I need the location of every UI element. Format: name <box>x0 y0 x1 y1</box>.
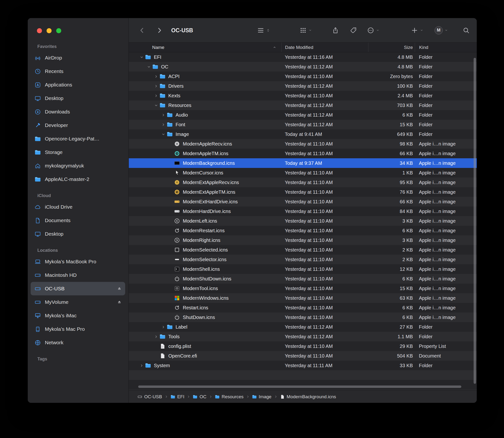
disclosure-toggle[interactable] <box>160 132 167 136</box>
zoom-button[interactable] <box>56 28 61 33</box>
path-item-efi[interactable]: EFI <box>171 394 184 399</box>
file-row-modernextappletm-icns[interactable]: ModernExtAppleTM.icnsYesterday at 11:10 … <box>129 187 477 197</box>
file-row-config-plist[interactable]: config.plistYesterday at 11:10 AM29 KBPr… <box>129 341 477 351</box>
path-item-modernbackground-icns[interactable]: ModernBackground.icns <box>280 394 336 399</box>
column-header-date-modified[interactable]: Date Modified <box>281 43 368 52</box>
column-header-kind[interactable]: Kind <box>415 43 477 52</box>
file-row-modernbackground-icns[interactable]: ModernBackground.icnsToday at 9:37 AM34 … <box>129 158 477 168</box>
sidebar-item-mykolagrymalyuk[interactable]: mykolagrymalyuk <box>31 159 125 173</box>
disclosure-toggle[interactable] <box>160 123 167 127</box>
file-row-modernextharddrive-icns[interactable]: ModernExtHardDrive.icnsYesterday at 11:1… <box>129 197 477 207</box>
path-item-image[interactable]: Image <box>252 394 272 399</box>
file-row-modernextapplerecv-icns[interactable]: ModernExtAppleRecv.icnsYesterday at 11:1… <box>129 177 477 187</box>
file-row-modernselected-icns[interactable]: ModernSelected.icnsYesterday at 11:10 AM… <box>129 245 477 255</box>
file-row-system[interactable]: SystemYesterday at 11:11 AM33 KBFolder <box>129 361 477 370</box>
file-row-modernshutdown-icns[interactable]: ModernShutDown.icnsYesterday at 11:10 AM… <box>129 274 477 284</box>
sidebar-item-downloads[interactable]: Downloads <box>31 105 125 119</box>
eject-button[interactable] <box>117 300 122 305</box>
airdrop-icon <box>34 55 41 61</box>
eject-button[interactable] <box>117 286 122 291</box>
back-button[interactable] <box>138 27 146 34</box>
sidebar-item-network[interactable]: Network <box>31 336 125 349</box>
view-button[interactable] <box>257 27 270 34</box>
disclosure-toggle[interactable] <box>160 113 167 117</box>
home-icon <box>34 163 41 169</box>
file-row-modernharddrive-icns[interactable]: ModernHardDrive.icnsYesterday at 11:10 A… <box>129 207 477 216</box>
sidebar-item-desktop[interactable]: Desktop <box>31 227 125 241</box>
file-row-oc[interactable]: OCYesterday at 11:12 AM4.8 MBFolder <box>129 62 477 72</box>
disclosure-toggle[interactable] <box>145 65 152 69</box>
sidebar-item-documents[interactable]: Documents <box>31 214 125 227</box>
sidebar-item-mykola-s-mac-pro[interactable]: Mykola’s Mac Pro <box>31 322 125 336</box>
close-button[interactable] <box>37 28 42 33</box>
more-button[interactable] <box>367 27 379 34</box>
sidebar-item-opencore-legacy-pat[interactable]: Opencore-Legacy-Pat… <box>31 132 125 145</box>
name-cell: config.plist <box>129 341 281 351</box>
file-row-modernrestart-icns[interactable]: ModernRestart.icnsYesterday at 11:10 AM6… <box>129 226 477 235</box>
forward-button[interactable] <box>156 27 163 34</box>
file-row-moderntool-icns[interactable]: ModernTool.icnsYesterday at 11:10 AM15 K… <box>129 284 477 293</box>
file-row-acpi[interactable]: ACPIYesterday at 11:10 AMZero bytesFolde… <box>129 72 477 81</box>
file-row-audio[interactable]: AudioYesterday at 11:12 AM6 KBFolder <box>129 110 477 120</box>
file-row-modernleft-icns[interactable]: ModernLeft.icnsYesterday at 11:10 AM3 KB… <box>129 216 477 226</box>
sidebar-item-recents[interactable]: Recents <box>31 65 125 78</box>
disclosure-toggle[interactable] <box>160 325 167 329</box>
file-row-modernapplerecv-icns[interactable]: ModernAppleRecv.icnsYesterday at 11:10 A… <box>129 139 477 149</box>
file-row-label[interactable]: LabelYesterday at 11:12 AM27 KBFolder <box>129 322 477 332</box>
disclosure-toggle[interactable] <box>153 103 160 108</box>
path-item-resources[interactable]: Resources <box>215 394 244 399</box>
share-button[interactable] <box>332 27 339 34</box>
file-row-restart-icns[interactable]: Restart.icnsYesterday at 11:10 AM6 KBApp… <box>129 303 477 312</box>
sidebar-item-macintosh-hd[interactable]: Macintosh HD <box>31 268 125 282</box>
file-row-kexts[interactable]: KextsYesterday at 11:10 AM2.4 MBFolder <box>129 91 477 100</box>
vertical-scrollbar[interactable] <box>474 58 476 384</box>
horizontal-scrollbar[interactable] <box>138 385 461 388</box>
file-row-font[interactable]: FontYesterday at 11:12 AM15 KBFolder <box>129 120 477 129</box>
disclosure-toggle[interactable] <box>153 335 160 339</box>
sidebar-item-applications[interactable]: Applications <box>31 78 125 92</box>
disclosure-toggle[interactable] <box>153 75 160 78</box>
folder-icon <box>171 394 175 399</box>
file-row-shutdown-icns[interactable]: ShutDown.icnsYesterday at 11:10 AM6 KBAp… <box>129 312 477 322</box>
sidebar-item-developer[interactable]: Developer <box>31 119 125 132</box>
path-item-oc-usb[interactable]: OC-USB <box>137 394 162 399</box>
folder-icon <box>167 131 173 137</box>
sidebar-item-icloud-drive[interactable]: iCloud Drive <box>31 200 125 214</box>
sidebar-item-myvolume[interactable]: MyVolume <box>31 295 125 309</box>
file-row-resources[interactable]: ResourcesYesterday at 11:12 AM703 KBFold… <box>129 100 477 110</box>
file-row-efi[interactable]: EFIYesterday at 11:16 AM4.8 MBFolder <box>129 52 477 62</box>
add-button[interactable] <box>411 27 424 34</box>
file-row-image[interactable]: ImageToday at 9:41 AM649 KBFolder <box>129 129 477 139</box>
sidebar-item-desktop[interactable]: Desktop <box>31 92 125 105</box>
tag-button[interactable] <box>350 27 357 34</box>
sidebar-item-mykola-s-macbook-pro[interactable]: Mykola’s MacBook Pro <box>31 255 125 268</box>
name-cell: OC <box>129 62 281 72</box>
search-button[interactable] <box>462 27 470 34</box>
sidebar-item-storage[interactable]: Storage <box>31 145 125 159</box>
file-row-opencore-efi[interactable]: OpenCore.efiYesterday at 11:10 AM504 KBD… <box>129 351 477 361</box>
file-row-modernshell-icns[interactable]: ModernShell.icnsYesterday at 11:10 AM12 … <box>129 264 477 274</box>
column-header-name[interactable]: Name <box>129 43 281 52</box>
path-item-oc[interactable]: OC <box>193 394 206 399</box>
file-row-moderncursor-icns[interactable]: ModernCursor.icnsYesterday at 11:10 AM1 … <box>129 168 477 177</box>
minimize-button[interactable] <box>46 28 52 33</box>
sidebar-item-mykola-s-imac[interactable]: Mykola’s iMac <box>31 309 125 322</box>
file-row-modernappletm-icns[interactable]: ModernAppleTM.icnsYesterday at 11:10 AM6… <box>129 149 477 158</box>
column-header-size[interactable]: Size <box>368 43 415 52</box>
file-row-modernwindows-icns[interactable]: ModernWindows.icnsYesterday at 11:10 AM6… <box>129 293 477 303</box>
path-separator-icon <box>187 395 190 398</box>
disc-closed-icon <box>161 325 165 329</box>
file-row-modernselector-icns[interactable]: ModernSelector.icnsYesterday at 11:10 AM… <box>129 255 477 264</box>
group-button[interactable] <box>299 27 312 34</box>
file-row-tools[interactable]: ToolsYesterday at 11:12 AM1.1 MBFolder <box>129 332 477 341</box>
sidebar-item-airdrop[interactable]: AirDrop <box>31 51 125 65</box>
disclosure-toggle[interactable] <box>138 55 145 59</box>
sidebar-item-applealc-master-2[interactable]: AppleALC-master-2 <box>31 173 125 186</box>
disclosure-toggle[interactable] <box>153 84 160 88</box>
file-row-modernright-icns[interactable]: ModernRight.icnsYesterday at 11:10 AM3 K… <box>129 235 477 245</box>
disclosure-toggle[interactable] <box>153 94 160 98</box>
sidebar-item-oc-usb[interactable]: OC-USB <box>31 282 125 295</box>
disclosure-toggle[interactable] <box>138 363 145 368</box>
file-row-drivers[interactable]: DriversYesterday at 11:12 AM100 KBFolder <box>129 81 477 91</box>
account-button[interactable]: M <box>435 26 448 34</box>
